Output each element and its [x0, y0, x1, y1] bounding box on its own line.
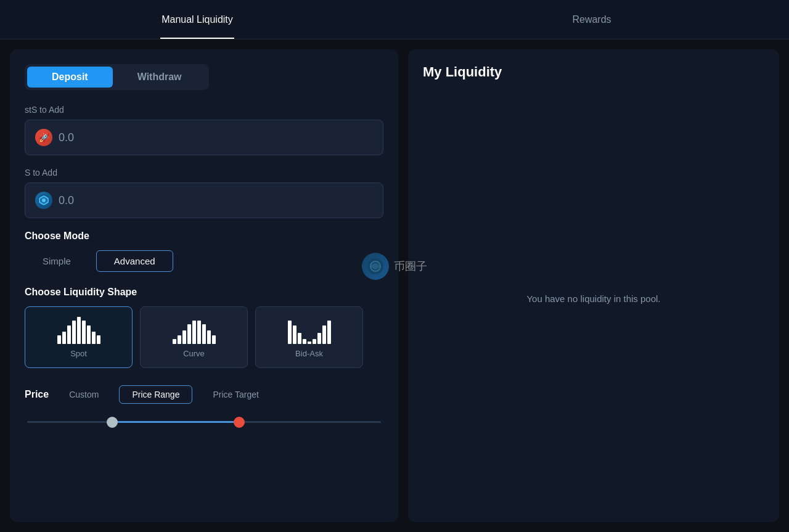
- slider-thumb-left[interactable]: [107, 417, 118, 428]
- slider-thumb-right[interactable]: [234, 417, 245, 428]
- left-panel: Deposit Withdraw stS to Add 🚀 S to Add C…: [10, 49, 398, 522]
- no-liquidity-message: You have no liquidity in this pool.: [423, 90, 764, 507]
- svg-point-1: [42, 198, 46, 202]
- curve-bars-icon: [173, 317, 216, 344]
- bid-ask-bars-icon: [288, 317, 331, 344]
- price-range-tab[interactable]: Price Range: [119, 385, 192, 404]
- sts-input[interactable]: [59, 131, 373, 144]
- price-label: Price: [25, 389, 49, 400]
- slider-track: [27, 421, 381, 423]
- tab-manual-liquidity[interactable]: Manual Liquidity: [0, 0, 394, 39]
- shape-options: Spot Curve: [25, 306, 383, 368]
- mode-options: Simple Advanced: [25, 250, 383, 272]
- sts-label: stS to Add: [25, 105, 383, 115]
- deposit-button[interactable]: Deposit: [27, 67, 113, 88]
- shape-curve-card[interactable]: Curve: [140, 306, 248, 368]
- price-row: Price Custom Price Range Price Target: [25, 385, 383, 404]
- shape-spot-card[interactable]: Spot: [25, 306, 133, 368]
- tab-rewards[interactable]: Rewards: [394, 0, 789, 39]
- choose-mode-title: Choose Mode: [25, 231, 383, 242]
- sts-input-field: 🚀: [25, 120, 383, 155]
- s-label: S to Add: [25, 168, 383, 178]
- s-token-icon: [35, 192, 52, 209]
- price-slider[interactable]: [25, 416, 383, 428]
- my-liquidity-title: My Liquidity: [423, 64, 764, 80]
- curve-label: Curve: [183, 349, 205, 358]
- spot-label: Spot: [70, 349, 87, 358]
- s-input-field: [25, 182, 383, 218]
- price-target-tab[interactable]: Price Target: [200, 385, 271, 404]
- bid-ask-label: Bid-Ask: [295, 349, 323, 358]
- shape-bid-ask-card[interactable]: Bid-Ask: [255, 306, 363, 368]
- s-input[interactable]: [59, 194, 373, 207]
- sts-token-icon: 🚀: [35, 129, 52, 146]
- slider-fill: [112, 421, 240, 423]
- price-custom-tab[interactable]: Custom: [56, 385, 112, 404]
- withdraw-button[interactable]: Withdraw: [113, 67, 206, 88]
- mode-simple-button[interactable]: Simple: [25, 250, 89, 272]
- mode-advanced-button[interactable]: Advanced: [96, 250, 173, 272]
- spot-bars-icon: [57, 317, 100, 344]
- right-panel: My Liquidity You have no liquidity in th…: [408, 49, 779, 522]
- deposit-withdraw-toggle: Deposit Withdraw: [25, 64, 209, 90]
- choose-shape-title: Choose Liquidity Shape: [25, 287, 383, 298]
